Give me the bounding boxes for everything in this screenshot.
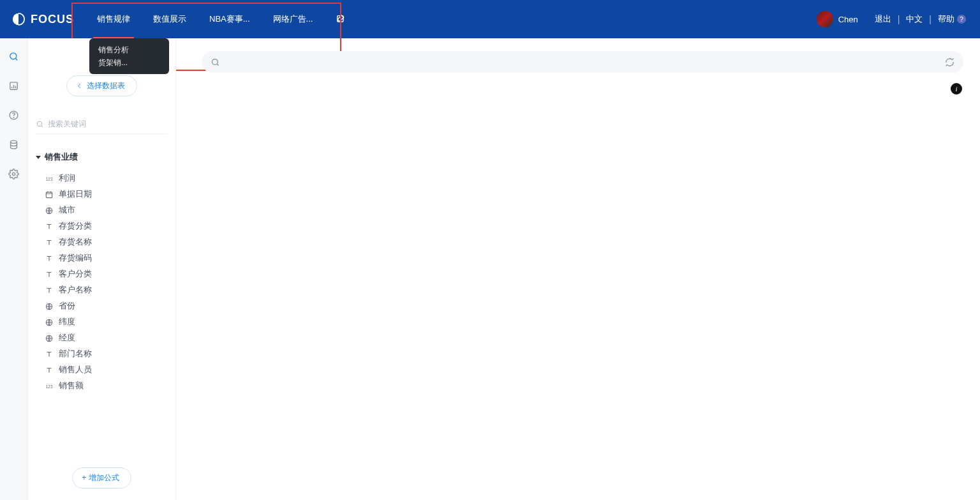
svg-point-4 bbox=[13, 117, 14, 117]
date-type-icon bbox=[45, 190, 54, 199]
text-type-icon bbox=[45, 366, 54, 375]
field-label: 销售额 bbox=[59, 381, 84, 391]
field-item[interactable]: 部门名称 bbox=[32, 346, 172, 362]
field-item[interactable]: 123销售额 bbox=[32, 378, 172, 394]
geo-type-icon bbox=[45, 334, 54, 343]
select-table-button[interactable]: 选择数据表 bbox=[66, 75, 137, 96]
info-icon: i bbox=[955, 85, 957, 93]
tab-web-ads[interactable]: 网络广告... bbox=[262, 0, 325, 38]
tab-value-display[interactable]: 数值展示 bbox=[142, 0, 198, 38]
field-label: 利润 bbox=[59, 173, 75, 184]
search-icon bbox=[8, 51, 19, 62]
field-label: 单据日期 bbox=[59, 189, 92, 200]
geo-type-icon bbox=[45, 318, 54, 327]
header-right: Chen 退出 | 中文 | 帮助 ? bbox=[817, 11, 980, 27]
help-link[interactable]: 帮助 ? bbox=[932, 13, 972, 25]
field-label: 客户名称 bbox=[59, 285, 92, 296]
field-item[interactable]: 客户名称 bbox=[32, 282, 172, 298]
field-label: 城市 bbox=[59, 205, 75, 216]
avatar[interactable] bbox=[817, 11, 833, 27]
question-icon: ? bbox=[957, 15, 966, 24]
main-search-bar[interactable] bbox=[202, 51, 963, 73]
dashboard-icon bbox=[8, 80, 19, 91]
svg-point-5 bbox=[11, 140, 17, 143]
search-icon bbox=[211, 57, 220, 67]
tree-group[interactable]: 销售业绩 bbox=[32, 149, 172, 165]
tab-label: 销售规律 bbox=[97, 13, 130, 25]
field-item[interactable]: 省份 bbox=[32, 298, 172, 314]
brand-text: FOCUS bbox=[31, 13, 74, 26]
refresh-icon bbox=[945, 57, 954, 67]
svg-point-7 bbox=[37, 121, 42, 126]
language-link[interactable]: 中文 bbox=[900, 13, 929, 25]
num-type-icon: 123 bbox=[45, 382, 54, 391]
text-type-icon bbox=[45, 270, 54, 279]
field-label: 经度 bbox=[59, 333, 75, 344]
new-tab-button[interactable] bbox=[324, 0, 357, 38]
tree-group-title: 销售业绩 bbox=[45, 152, 78, 163]
info-button[interactable]: i bbox=[951, 83, 962, 95]
caret-down-icon bbox=[36, 156, 41, 159]
svg-text:123: 123 bbox=[46, 384, 53, 388]
tab-sales-rule[interactable]: 销售规律 bbox=[85, 0, 142, 38]
field-label: 存货名称 bbox=[59, 237, 92, 248]
svg-point-6 bbox=[12, 172, 15, 175]
rail-dashboard[interactable] bbox=[8, 79, 20, 92]
field-item[interactable]: 123利润 bbox=[32, 170, 172, 186]
keyword-search[interactable] bbox=[36, 119, 168, 134]
main-search-input[interactable] bbox=[226, 57, 939, 67]
field-item[interactable]: 存货分类 bbox=[32, 218, 172, 234]
tooltip-item[interactable]: 货架销... bbox=[98, 56, 160, 69]
rail-help[interactable] bbox=[8, 109, 20, 121]
keyword-input[interactable] bbox=[48, 119, 168, 128]
field-tree: 销售业绩 123利润单据日期城市存货分类存货名称存货编码客户分类客户名称省份纬度… bbox=[28, 149, 175, 458]
gear-icon bbox=[8, 169, 19, 179]
user-name[interactable]: Chen bbox=[838, 15, 858, 24]
text-type-icon bbox=[45, 286, 54, 295]
geo-type-icon bbox=[45, 302, 54, 311]
left-rail bbox=[0, 38, 28, 500]
logout-link[interactable]: 退出 bbox=[868, 13, 898, 25]
text-type-icon bbox=[45, 222, 54, 231]
tab-nba-events[interactable]: NBA赛事... bbox=[198, 0, 262, 38]
top-tabs: 销售规律 数值展示 NBA赛事... 网络广告... bbox=[85, 0, 357, 38]
text-type-icon bbox=[45, 350, 54, 359]
tab-label: 网络广告... bbox=[273, 13, 313, 25]
field-item[interactable]: 销售人员 bbox=[32, 362, 172, 378]
body: 选择数据表 销售业绩 123利润单据日期城市存货分类存货名称存货编码客户分类客户… bbox=[0, 38, 980, 500]
side-panel: 选择数据表 销售业绩 123利润单据日期城市存货分类存货名称存货编码客户分类客户… bbox=[28, 38, 176, 500]
add-formula-button[interactable]: + 增加公式 bbox=[72, 467, 131, 489]
field-item[interactable]: 客户分类 bbox=[32, 266, 172, 282]
field-label: 部门名称 bbox=[59, 349, 92, 360]
brand-icon bbox=[11, 12, 26, 26]
chevron-left-icon bbox=[76, 82, 83, 89]
field-item[interactable]: 城市 bbox=[32, 202, 172, 218]
rail-settings[interactable] bbox=[8, 167, 20, 180]
separator: | bbox=[929, 14, 932, 24]
field-item[interactable]: 存货名称 bbox=[32, 234, 172, 250]
field-item[interactable]: 经度 bbox=[32, 330, 172, 346]
refresh-button[interactable] bbox=[945, 57, 954, 67]
field-label: 省份 bbox=[59, 301, 75, 312]
tab-tooltip: 销售分析 货架销... bbox=[89, 38, 169, 74]
text-type-icon bbox=[45, 238, 54, 247]
field-item[interactable]: 纬度 bbox=[32, 314, 172, 330]
add-formula-label: + 增加公式 bbox=[82, 473, 119, 483]
tab-label: NBA赛事... bbox=[209, 13, 250, 25]
svg-point-15 bbox=[212, 59, 218, 64]
field-list: 123利润单据日期城市存货分类存货名称存货编码客户分类客户名称省份纬度经度部门名… bbox=[32, 170, 172, 394]
database-icon bbox=[8, 139, 19, 150]
select-table-label: 选择数据表 bbox=[87, 80, 125, 91]
field-label: 客户分类 bbox=[59, 269, 92, 280]
brand-logo[interactable]: FOCUS bbox=[0, 12, 85, 26]
field-label: 存货编码 bbox=[59, 253, 92, 264]
tooltip-item[interactable]: 销售分析 bbox=[98, 43, 160, 56]
field-item[interactable]: 存货编码 bbox=[32, 250, 172, 266]
svg-text:123: 123 bbox=[46, 176, 53, 181]
rail-search[interactable] bbox=[8, 50, 20, 63]
tab-label: 数值展示 bbox=[153, 13, 186, 25]
field-item[interactable]: 单据日期 bbox=[32, 186, 172, 202]
separator: | bbox=[898, 14, 900, 24]
rail-data[interactable] bbox=[8, 138, 20, 151]
side-bottom: + 增加公式 bbox=[28, 458, 175, 500]
